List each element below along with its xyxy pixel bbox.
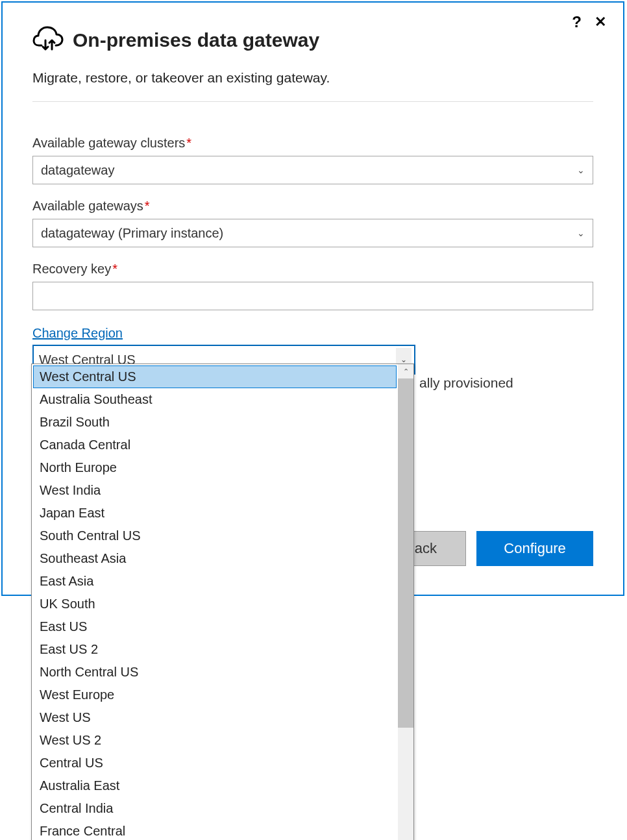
clusters-group: Available gateway clusters* datagateway … bbox=[32, 136, 593, 184]
provisioned-hint-partial: ally provisioned bbox=[419, 375, 513, 391]
recovery-key-input[interactable] bbox=[32, 282, 593, 310]
region-option[interactable]: Australia Southeast bbox=[33, 388, 397, 411]
recovery-label-text: Recovery key bbox=[32, 262, 111, 276]
region-option[interactable]: West US bbox=[33, 706, 397, 729]
dialog-controls: ? ✕ bbox=[572, 13, 608, 31]
region-dropdown-list: West Central USAustralia SoutheastBrazil… bbox=[32, 364, 398, 840]
region-option[interactable]: Central US bbox=[33, 752, 397, 774]
header-divider bbox=[32, 101, 593, 102]
region-option[interactable]: West US 2 bbox=[33, 729, 397, 752]
region-option[interactable]: West Europe bbox=[33, 684, 397, 706]
clusters-value: datagateway bbox=[41, 163, 114, 178]
required-asterisk: * bbox=[186, 136, 191, 150]
region-option[interactable]: East US bbox=[33, 615, 397, 638]
help-icon[interactable]: ? bbox=[572, 13, 582, 31]
dialog-title: On-premises data gateway bbox=[73, 29, 319, 51]
form: Available gateway clusters* datagateway … bbox=[32, 136, 593, 375]
region-option[interactable]: UK South bbox=[33, 593, 397, 615]
region-option[interactable]: West India bbox=[33, 479, 397, 502]
required-asterisk: * bbox=[112, 262, 117, 276]
region-option[interactable]: Australia East bbox=[33, 774, 397, 797]
chevron-down-icon: ⌄ bbox=[577, 228, 585, 238]
gateways-label: Available gateways* bbox=[32, 199, 593, 214]
region-option[interactable]: South Central US bbox=[33, 525, 397, 547]
region-option[interactable]: East US 2 bbox=[33, 638, 397, 661]
dialog-header: On-premises data gateway bbox=[32, 25, 593, 56]
required-asterisk: * bbox=[145, 199, 150, 213]
region-option[interactable]: North Europe bbox=[33, 456, 397, 479]
scroll-track[interactable] bbox=[398, 728, 413, 840]
region-option[interactable]: West Central US bbox=[33, 365, 397, 388]
chevron-down-icon: ⌄ bbox=[577, 165, 585, 175]
configure-button-label: Configure bbox=[504, 540, 565, 557]
recovery-label: Recovery key* bbox=[32, 262, 593, 277]
region-option[interactable]: Japan East bbox=[33, 502, 397, 525]
region-option[interactable]: France Central bbox=[33, 820, 397, 840]
region-option[interactable]: North Central US bbox=[33, 661, 397, 684]
scrollbar[interactable]: ⌃ ⌄ bbox=[398, 364, 413, 840]
region-option[interactable]: Brazil South bbox=[33, 411, 397, 434]
gateways-select[interactable]: datagateway (Primary instance) ⌄ bbox=[32, 219, 593, 247]
region-option[interactable]: Southeast Asia bbox=[33, 547, 397, 570]
close-icon[interactable]: ✕ bbox=[593, 14, 608, 31]
region-option[interactable]: Canada Central bbox=[33, 434, 397, 456]
clusters-select[interactable]: datagateway ⌄ bbox=[32, 156, 593, 184]
region-dropdown: West Central USAustralia SoutheastBrazil… bbox=[31, 364, 414, 840]
region-option[interactable]: East Asia bbox=[33, 570, 397, 593]
gateways-group: Available gateways* datagateway (Primary… bbox=[32, 199, 593, 247]
region-option[interactable]: Central India bbox=[33, 797, 397, 820]
cloud-gateway-icon bbox=[32, 25, 64, 56]
gateways-value: datagateway (Primary instance) bbox=[41, 226, 223, 241]
clusters-label-text: Available gateway clusters bbox=[32, 136, 185, 150]
recovery-group: Recovery key* bbox=[32, 262, 593, 310]
dialog-subtitle: Migrate, restore, or takeover an existin… bbox=[32, 70, 593, 86]
configure-button[interactable]: Configure bbox=[476, 531, 593, 566]
gateways-label-text: Available gateways bbox=[32, 199, 143, 213]
scroll-up-arrow[interactable]: ⌃ bbox=[398, 364, 413, 378]
clusters-label: Available gateway clusters* bbox=[32, 136, 593, 151]
back-button-label: ack bbox=[415, 540, 437, 557]
change-region-link[interactable]: Change Region bbox=[32, 326, 123, 341]
scroll-thumb[interactable] bbox=[398, 378, 413, 728]
